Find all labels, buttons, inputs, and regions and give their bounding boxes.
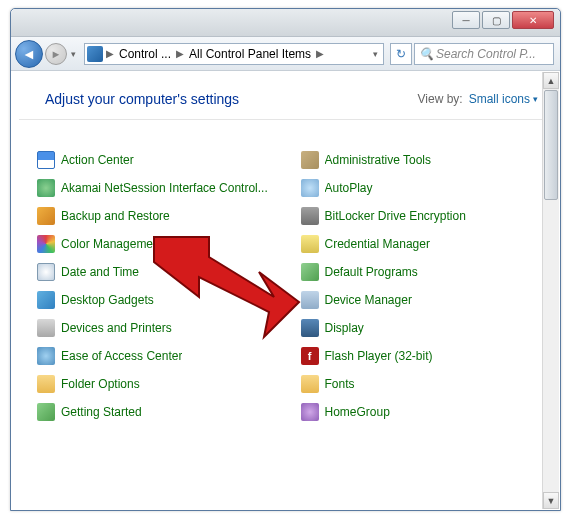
home-icon bbox=[301, 403, 319, 421]
flag-icon bbox=[37, 151, 55, 169]
breadcrumb-separator-icon[interactable]: ▶ bbox=[105, 48, 115, 59]
titlebar: ─ ▢ ✕ bbox=[11, 9, 560, 37]
control-panel-item[interactable]: Device Manager bbox=[301, 290, 553, 310]
control-panel-item[interactable]: Devices and Printers bbox=[37, 318, 289, 338]
gadget-icon bbox=[37, 291, 55, 309]
minimize-button[interactable]: ─ bbox=[452, 11, 480, 29]
control-panel-window: ─ ▢ ✕ ◄ ► ▾ ▶ Control ... ▶ All Control … bbox=[10, 8, 561, 511]
control-panel-item[interactable]: Color Management bbox=[37, 234, 289, 254]
item-label: Devices and Printers bbox=[61, 321, 172, 335]
close-button[interactable]: ✕ bbox=[512, 11, 554, 29]
clock-icon bbox=[37, 263, 55, 281]
item-label: Ease of Access Center bbox=[61, 349, 182, 363]
dev-icon bbox=[301, 291, 319, 309]
control-panel-item[interactable]: Folder Options bbox=[37, 374, 289, 394]
item-label: Date and Time bbox=[61, 265, 139, 279]
admin-icon bbox=[301, 151, 319, 169]
content-area: Adjust your computer's settings View by:… bbox=[11, 71, 560, 510]
control-panel-item[interactable]: fFlash Player (32-bit) bbox=[301, 346, 553, 366]
control-panel-item[interactable]: Backup and Restore bbox=[37, 206, 289, 226]
control-panel-item[interactable]: Akamai NetSession Interface Control... bbox=[37, 178, 289, 198]
cred-icon bbox=[301, 235, 319, 253]
control-panel-item[interactable]: Administrative Tools bbox=[301, 150, 553, 170]
search-placeholder: Search Control P... bbox=[436, 47, 536, 61]
breadcrumb[interactable]: Control ... bbox=[115, 47, 175, 61]
item-label: Action Center bbox=[61, 153, 134, 167]
control-panel-item[interactable]: BitLocker Drive Encryption bbox=[301, 206, 553, 226]
items-grid: Action CenterAkamai NetSession Interface… bbox=[11, 120, 560, 430]
control-panel-item[interactable]: Display bbox=[301, 318, 553, 338]
item-label: HomeGroup bbox=[325, 405, 390, 419]
history-dropdown-icon[interactable]: ▾ bbox=[69, 49, 78, 59]
item-label: Default Programs bbox=[325, 265, 418, 279]
control-panel-item[interactable]: Action Center bbox=[37, 150, 289, 170]
item-label: Administrative Tools bbox=[325, 153, 432, 167]
control-panel-item[interactable]: Ease of Access Center bbox=[37, 346, 289, 366]
item-label: Fonts bbox=[325, 377, 355, 391]
item-label: Display bbox=[325, 321, 364, 335]
back-button[interactable]: ◄ bbox=[15, 40, 43, 68]
control-panel-item[interactable]: Fonts bbox=[301, 374, 553, 394]
items-column-right: Administrative ToolsAutoPlayBitLocker Dr… bbox=[301, 150, 553, 422]
start-icon bbox=[37, 403, 55, 421]
control-panel-icon bbox=[87, 46, 103, 62]
items-column-left: Action CenterAkamai NetSession Interface… bbox=[37, 150, 289, 422]
scroll-down-button[interactable]: ▼ bbox=[543, 492, 559, 509]
content-header: Adjust your computer's settings View by:… bbox=[19, 71, 552, 120]
disp-icon bbox=[301, 319, 319, 337]
breadcrumb-separator-icon[interactable]: ▶ bbox=[175, 48, 185, 59]
scroll-thumb[interactable] bbox=[544, 90, 558, 200]
address-bar[interactable]: ▶ Control ... ▶ All Control Panel Items … bbox=[84, 43, 384, 65]
maximize-button[interactable]: ▢ bbox=[482, 11, 510, 29]
view-by-dropdown[interactable]: Small icons bbox=[469, 92, 538, 106]
globe-icon bbox=[37, 179, 55, 197]
item-label: Getting Started bbox=[61, 405, 142, 419]
item-label: Color Management bbox=[61, 237, 163, 251]
search-icon: 🔍 bbox=[419, 47, 433, 61]
color-icon bbox=[37, 235, 55, 253]
breadcrumb[interactable]: All Control Panel Items bbox=[185, 47, 315, 61]
bk-icon bbox=[37, 207, 55, 225]
address-dropdown-icon[interactable]: ▾ bbox=[370, 49, 381, 59]
ease-icon bbox=[37, 347, 55, 365]
control-panel-item[interactable]: Default Programs bbox=[301, 262, 553, 282]
breadcrumb-separator-icon[interactable]: ▶ bbox=[315, 48, 325, 59]
refresh-button[interactable]: ↻ bbox=[390, 43, 412, 65]
control-panel-item[interactable]: Desktop Gadgets bbox=[37, 290, 289, 310]
auto-icon bbox=[301, 179, 319, 197]
scroll-up-button[interactable]: ▲ bbox=[543, 72, 559, 89]
control-panel-item[interactable]: AutoPlay bbox=[301, 178, 553, 198]
item-label: Device Manager bbox=[325, 293, 412, 307]
fonts-icon bbox=[301, 375, 319, 393]
view-by-label: View by: bbox=[418, 92, 463, 106]
control-panel-item[interactable]: HomeGroup bbox=[301, 402, 553, 422]
control-panel-item[interactable]: Getting Started bbox=[37, 402, 289, 422]
vertical-scrollbar[interactable]: ▲ ▼ bbox=[542, 72, 559, 509]
print-icon bbox=[37, 319, 55, 337]
navigation-bar: ◄ ► ▾ ▶ Control ... ▶ All Control Panel … bbox=[11, 37, 560, 71]
bitl-icon bbox=[301, 207, 319, 225]
item-label: Flash Player (32-bit) bbox=[325, 349, 433, 363]
item-label: AutoPlay bbox=[325, 181, 373, 195]
folder-icon bbox=[37, 375, 55, 393]
item-label: BitLocker Drive Encryption bbox=[325, 209, 466, 223]
item-label: Desktop Gadgets bbox=[61, 293, 154, 307]
view-by-control: View by: Small icons bbox=[418, 92, 539, 106]
item-label: Backup and Restore bbox=[61, 209, 170, 223]
forward-button[interactable]: ► bbox=[45, 43, 67, 65]
item-label: Folder Options bbox=[61, 377, 140, 391]
control-panel-item[interactable]: Credential Manager bbox=[301, 234, 553, 254]
flash-icon: f bbox=[301, 347, 319, 365]
page-title: Adjust your computer's settings bbox=[45, 91, 239, 107]
window-buttons: ─ ▢ ✕ bbox=[452, 9, 560, 36]
search-input[interactable]: 🔍 Search Control P... bbox=[414, 43, 554, 65]
control-panel-item[interactable]: Date and Time bbox=[37, 262, 289, 282]
item-label: Credential Manager bbox=[325, 237, 430, 251]
def-icon bbox=[301, 263, 319, 281]
item-label: Akamai NetSession Interface Control... bbox=[61, 181, 268, 195]
